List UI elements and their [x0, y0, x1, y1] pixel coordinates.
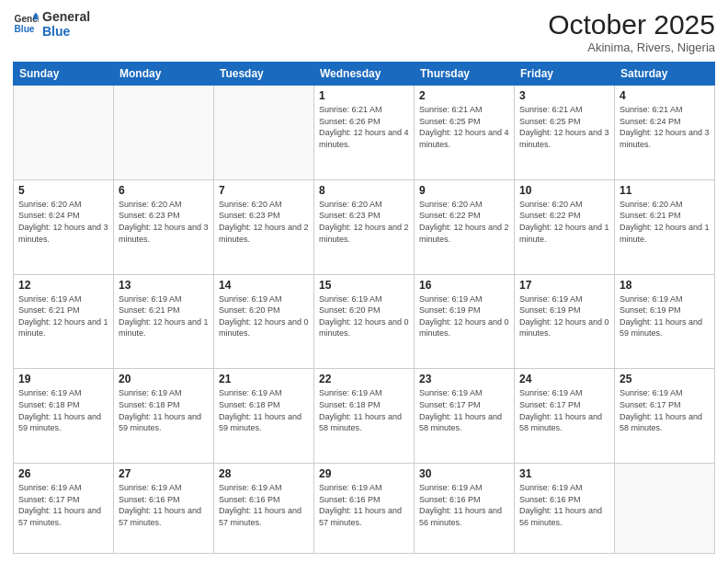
day-number: 1 — [319, 89, 409, 102]
day-number: 12 — [18, 279, 108, 292]
week-row-1: 1Sunrise: 6:21 AMSunset: 6:26 PMDaylight… — [14, 86, 715, 180]
day-info: Sunrise: 6:19 AMSunset: 6:17 PMDaylight:… — [620, 387, 710, 433]
month-title: October 2025 — [548, 9, 715, 40]
day-info: Sunrise: 6:19 AMSunset: 6:18 PMDaylight:… — [319, 387, 409, 433]
day-cell: 15Sunrise: 6:19 AMSunset: 6:20 PMDayligh… — [314, 274, 415, 369]
day-info: Sunrise: 6:19 AMSunset: 6:16 PMDaylight:… — [319, 482, 409, 528]
logo-line2: Blue — [42, 24, 90, 39]
weekday-header-monday: Monday — [114, 63, 214, 86]
day-info: Sunrise: 6:19 AMSunset: 6:17 PMDaylight:… — [419, 387, 509, 433]
day-cell: 7Sunrise: 6:20 AMSunset: 6:23 PMDaylight… — [214, 179, 314, 274]
day-number: 7 — [219, 184, 309, 197]
page: General Blue General Blue October 2025 A… — [0, 0, 728, 563]
day-number: 26 — [18, 467, 108, 480]
day-info: Sunrise: 6:19 AMSunset: 6:17 PMDaylight:… — [18, 482, 108, 528]
day-info: Sunrise: 6:21 AMSunset: 6:25 PMDaylight:… — [419, 104, 509, 150]
day-number: 11 — [620, 184, 710, 197]
day-info: Sunrise: 6:20 AMSunset: 6:21 PMDaylight:… — [620, 199, 710, 245]
day-cell: 19Sunrise: 6:19 AMSunset: 6:18 PMDayligh… — [14, 369, 114, 464]
day-cell — [615, 464, 715, 554]
day-number: 16 — [419, 279, 509, 292]
day-number: 30 — [419, 467, 509, 480]
day-cell: 28Sunrise: 6:19 AMSunset: 6:16 PMDayligh… — [214, 464, 314, 554]
weekday-header-thursday: Thursday — [415, 63, 515, 86]
day-cell: 29Sunrise: 6:19 AMSunset: 6:16 PMDayligh… — [314, 464, 415, 554]
day-cell: 24Sunrise: 6:19 AMSunset: 6:17 PMDayligh… — [515, 369, 615, 464]
day-number: 18 — [620, 279, 710, 292]
logo: General Blue General Blue — [13, 9, 90, 39]
day-cell: 9Sunrise: 6:20 AMSunset: 6:22 PMDaylight… — [415, 179, 515, 274]
day-cell: 5Sunrise: 6:20 AMSunset: 6:24 PMDaylight… — [14, 179, 114, 274]
day-info: Sunrise: 6:19 AMSunset: 6:19 PMDaylight:… — [519, 293, 609, 339]
day-cell: 1Sunrise: 6:21 AMSunset: 6:26 PMDaylight… — [314, 86, 415, 180]
title-block: October 2025 Akinima, Rivers, Nigeria — [548, 9, 715, 54]
day-number: 4 — [620, 89, 710, 102]
day-info: Sunrise: 6:19 AMSunset: 6:16 PMDaylight:… — [119, 482, 209, 528]
day-cell: 2Sunrise: 6:21 AMSunset: 6:25 PMDaylight… — [415, 86, 515, 180]
day-number: 24 — [519, 373, 609, 385]
day-info: Sunrise: 6:19 AMSunset: 6:18 PMDaylight:… — [119, 387, 209, 433]
calendar-table: SundayMondayTuesdayWednesdayThursdayFrid… — [13, 62, 715, 554]
day-cell — [114, 86, 214, 180]
day-number: 2 — [419, 89, 509, 102]
week-row-2: 5Sunrise: 6:20 AMSunset: 6:24 PMDaylight… — [14, 179, 715, 274]
logo-icon: General Blue — [13, 11, 39, 37]
day-number: 27 — [119, 467, 209, 480]
day-number: 8 — [319, 184, 409, 197]
day-number: 17 — [519, 279, 609, 292]
day-info: Sunrise: 6:19 AMSunset: 6:21 PMDaylight:… — [119, 293, 209, 339]
week-row-5: 26Sunrise: 6:19 AMSunset: 6:17 PMDayligh… — [14, 464, 715, 554]
day-number: 19 — [18, 373, 108, 385]
day-cell: 16Sunrise: 6:19 AMSunset: 6:19 PMDayligh… — [415, 274, 515, 369]
day-cell — [14, 86, 114, 180]
day-cell: 23Sunrise: 6:19 AMSunset: 6:17 PMDayligh… — [415, 369, 515, 464]
weekday-header-friday: Friday — [515, 63, 615, 86]
day-info: Sunrise: 6:20 AMSunset: 6:22 PMDaylight:… — [419, 199, 509, 245]
day-number: 15 — [319, 279, 409, 292]
day-cell: 26Sunrise: 6:19 AMSunset: 6:17 PMDayligh… — [14, 464, 114, 554]
day-cell: 25Sunrise: 6:19 AMSunset: 6:17 PMDayligh… — [615, 369, 715, 464]
day-info: Sunrise: 6:19 AMSunset: 6:16 PMDaylight:… — [519, 482, 609, 528]
day-info: Sunrise: 6:19 AMSunset: 6:18 PMDaylight:… — [219, 387, 309, 433]
day-number: 5 — [18, 184, 108, 197]
day-cell: 22Sunrise: 6:19 AMSunset: 6:18 PMDayligh… — [314, 369, 415, 464]
weekday-header-tuesday: Tuesday — [214, 63, 314, 86]
weekday-header-row: SundayMondayTuesdayWednesdayThursdayFrid… — [14, 63, 715, 86]
day-cell: 12Sunrise: 6:19 AMSunset: 6:21 PMDayligh… — [14, 274, 114, 369]
header: General Blue General Blue October 2025 A… — [13, 9, 715, 54]
day-number: 13 — [119, 279, 209, 292]
week-row-4: 19Sunrise: 6:19 AMSunset: 6:18 PMDayligh… — [14, 369, 715, 464]
svg-text:Blue: Blue — [15, 24, 35, 34]
day-info: Sunrise: 6:19 AMSunset: 6:16 PMDaylight:… — [419, 482, 509, 528]
day-info: Sunrise: 6:19 AMSunset: 6:20 PMDaylight:… — [219, 293, 309, 339]
day-info: Sunrise: 6:20 AMSunset: 6:23 PMDaylight:… — [319, 199, 409, 245]
day-cell: 30Sunrise: 6:19 AMSunset: 6:16 PMDayligh… — [415, 464, 515, 554]
day-number: 28 — [219, 467, 309, 480]
day-cell: 11Sunrise: 6:20 AMSunset: 6:21 PMDayligh… — [615, 179, 715, 274]
day-number: 22 — [319, 373, 409, 385]
day-info: Sunrise: 6:19 AMSunset: 6:20 PMDaylight:… — [319, 293, 409, 339]
day-cell: 18Sunrise: 6:19 AMSunset: 6:19 PMDayligh… — [615, 274, 715, 369]
day-info: Sunrise: 6:21 AMSunset: 6:25 PMDaylight:… — [519, 104, 609, 150]
day-number: 14 — [219, 279, 309, 292]
day-info: Sunrise: 6:21 AMSunset: 6:24 PMDaylight:… — [620, 104, 710, 150]
day-info: Sunrise: 6:19 AMSunset: 6:17 PMDaylight:… — [519, 387, 609, 433]
day-number: 23 — [419, 373, 509, 385]
day-cell: 21Sunrise: 6:19 AMSunset: 6:18 PMDayligh… — [214, 369, 314, 464]
weekday-header-saturday: Saturday — [615, 63, 715, 86]
day-cell: 10Sunrise: 6:20 AMSunset: 6:22 PMDayligh… — [515, 179, 615, 274]
location: Akinima, Rivers, Nigeria — [548, 40, 715, 54]
day-number: 29 — [319, 467, 409, 480]
day-info: Sunrise: 6:20 AMSunset: 6:22 PMDaylight:… — [519, 199, 609, 245]
day-info: Sunrise: 6:19 AMSunset: 6:21 PMDaylight:… — [18, 293, 108, 339]
day-cell: 14Sunrise: 6:19 AMSunset: 6:20 PMDayligh… — [214, 274, 314, 369]
weekday-header-sunday: Sunday — [14, 63, 114, 86]
day-number: 31 — [519, 467, 609, 480]
day-number: 21 — [219, 373, 309, 385]
logo-line1: General — [42, 9, 90, 24]
day-cell: 6Sunrise: 6:20 AMSunset: 6:23 PMDaylight… — [114, 179, 214, 274]
day-info: Sunrise: 6:20 AMSunset: 6:23 PMDaylight:… — [219, 199, 309, 245]
week-row-3: 12Sunrise: 6:19 AMSunset: 6:21 PMDayligh… — [14, 274, 715, 369]
day-info: Sunrise: 6:19 AMSunset: 6:19 PMDaylight:… — [620, 293, 710, 339]
day-cell: 13Sunrise: 6:19 AMSunset: 6:21 PMDayligh… — [114, 274, 214, 369]
